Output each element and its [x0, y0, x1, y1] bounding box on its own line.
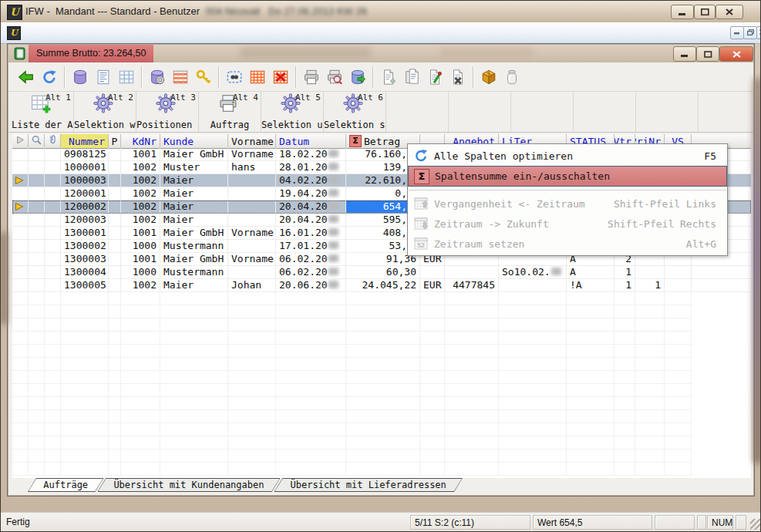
cell-kunde[interactable]: Maier GmbH	[160, 253, 228, 266]
cell-attach[interactable]	[45, 161, 61, 174]
cell-search[interactable]	[29, 187, 45, 200]
cell-kunde[interactable]: Mustermann	[160, 266, 228, 279]
empty-row[interactable]	[12, 318, 751, 332]
cell-kdnr[interactable]: 1001	[121, 148, 160, 161]
cell-nummer[interactable]: 1200002	[61, 200, 109, 214]
cell-datum[interactable]: 20.04.20	[276, 200, 346, 214]
cell-prinr[interactable]	[635, 266, 665, 279]
column-sum-sigma-icon[interactable]: Σ	[349, 135, 362, 147]
cell-vorname[interactable]: Vorname	[228, 148, 276, 161]
cell-attach[interactable]	[45, 148, 61, 161]
cell-kunde[interactable]: Maier	[160, 214, 228, 227]
cell-search[interactable]	[29, 279, 45, 292]
back-button[interactable]	[15, 66, 38, 89]
shortcut-button-alt6[interactable]: Alt 6 Selektion sp...	[324, 92, 386, 132]
cell-marker[interactable]	[12, 240, 29, 253]
grid-button[interactable]	[115, 66, 138, 89]
cell-search[interactable]	[29, 214, 45, 227]
cell-kdnr[interactable]: 1000	[121, 266, 160, 279]
cell-attach[interactable]	[45, 253, 61, 266]
cell-kunde[interactable]: Maier	[160, 279, 228, 292]
mdi-close-button[interactable]	[756, 26, 761, 39]
database-export-button[interactable]	[346, 66, 369, 89]
cell-kunde[interactable]: Maier GmbH	[160, 227, 228, 240]
cell-vorname[interactable]	[228, 187, 276, 200]
shortcut-button-alt5[interactable]: Alt 5 Selektion u...	[261, 92, 324, 132]
cell-p[interactable]	[109, 240, 121, 253]
cell-w[interactable]: EUR	[420, 279, 445, 292]
cell-datum[interactable]: 18.02.20	[276, 148, 346, 161]
menu-item-alle-spalten-optimieren[interactable]: Alle Spalten optimieren F5	[408, 146, 727, 166]
shortcut-button-alt2[interactable]: Alt 2 Selektion wi...	[74, 92, 136, 132]
column-header-p[interactable]: P	[109, 134, 121, 148]
cell-vorname[interactable]	[228, 174, 276, 187]
cell-datum[interactable]: 28.01.20	[276, 161, 346, 174]
cell-p[interactable]	[109, 161, 121, 174]
cell-nummer[interactable]: 1300005	[61, 279, 109, 292]
empty-row[interactable]	[12, 397, 751, 410]
cell-kunde[interactable]: Maier	[160, 187, 228, 200]
cell-nummer[interactable]: 1000003	[61, 174, 109, 187]
cell-vorname[interactable]: Vorname	[228, 253, 276, 266]
cell-marker[interactable]	[12, 227, 29, 240]
cell-search[interactable]	[29, 200, 45, 214]
cell-kdnr[interactable]: 1001	[121, 253, 160, 266]
cell-kunde[interactable]: Maier	[160, 174, 228, 187]
menu-item-spaltensumme-ein-ausschalten[interactable]: Σ Spaltensumme ein-/ausschalten	[408, 166, 727, 187]
column-header-kunde[interactable]: Kunde	[160, 134, 228, 148]
column-header-attach[interactable]	[45, 134, 61, 148]
empty-row[interactable]	[12, 450, 751, 463]
cell-attach[interactable]	[45, 227, 61, 240]
cell-p[interactable]	[109, 187, 121, 200]
cell-vorname[interactable]	[228, 214, 276, 227]
empty-row[interactable]	[12, 305, 751, 318]
cell-betrag[interactable]: 60,30	[346, 266, 420, 279]
calendar-delete-button[interactable]	[269, 66, 292, 89]
empty-row[interactable]	[12, 332, 751, 345]
cell-vorname[interactable]	[228, 200, 276, 214]
cell-datum[interactable]: 06.02.20	[276, 253, 346, 266]
cell-kdnr[interactable]: 1002	[121, 187, 160, 200]
column-header-search[interactable]	[29, 134, 45, 148]
menu-item-zeitraum-zukunft[interactable]: Zeitraum -> Zukunft Shift-Pfeil Rechts	[408, 214, 727, 234]
cell-kdnr[interactable]: 1002	[121, 214, 160, 227]
minimize-button[interactable]	[671, 5, 694, 19]
cell-datum[interactable]: 04.02.20	[276, 174, 346, 187]
cell-attach[interactable]	[45, 214, 61, 227]
table-row-1300004[interactable]: 13000041000Mustermann06.02.2060,30So10.0…	[12, 266, 751, 279]
cell-kunde[interactable]: Maier GmbH	[160, 148, 228, 161]
mdi-restore-button[interactable]	[743, 26, 757, 39]
jar-button[interactable]	[500, 66, 524, 89]
doc-edit-button[interactable]	[423, 66, 446, 89]
inner-restore-button[interactable]	[696, 46, 719, 62]
cell-attach[interactable]	[45, 266, 61, 279]
cell-marker[interactable]	[12, 200, 29, 214]
inner-minimize-button[interactable]	[673, 46, 696, 62]
cell-p[interactable]	[109, 266, 121, 279]
shortcut-button-alt4[interactable]: Alt 4 Auftrag	[199, 92, 261, 132]
select-search-button[interactable]	[223, 66, 246, 89]
resize-grip[interactable]	[750, 519, 761, 530]
cell-prinr[interactable]: 1	[635, 279, 665, 292]
cell-attach[interactable]	[45, 187, 61, 200]
cell-nummer[interactable]: 0908125	[61, 148, 109, 161]
cell-search[interactable]	[29, 266, 45, 279]
cell-nummer[interactable]: 1300001	[61, 227, 109, 240]
cell-vtr[interactable]: 1	[615, 266, 635, 279]
cell-attach[interactable]	[45, 174, 61, 187]
cell-vs[interactable]	[665, 279, 692, 292]
menu-item-zeitraum-setzen[interactable]: 52 Zeitraum setzen Alt+G	[408, 234, 727, 254]
cell-search[interactable]	[29, 253, 45, 266]
cell-datum[interactable]: 19.04.20	[276, 187, 346, 200]
cell-marker[interactable]	[12, 214, 29, 227]
cell-attach[interactable]	[45, 279, 61, 292]
print-preview-button[interactable]	[323, 66, 346, 89]
cell-nummer[interactable]: 1300004	[61, 266, 109, 279]
cell-vs[interactable]	[665, 266, 692, 279]
table-row-1300005[interactable]: 13000051002MaierJohan20.06.2024.045,22EU…	[12, 279, 751, 292]
cell-datum[interactable]: 17.01.20	[276, 240, 346, 253]
cell-nummer[interactable]: 1300002	[61, 240, 109, 253]
table-rows-button[interactable]	[169, 66, 192, 89]
cell-marker[interactable]	[12, 266, 29, 279]
cell-vorname[interactable]: Vorname	[228, 227, 276, 240]
